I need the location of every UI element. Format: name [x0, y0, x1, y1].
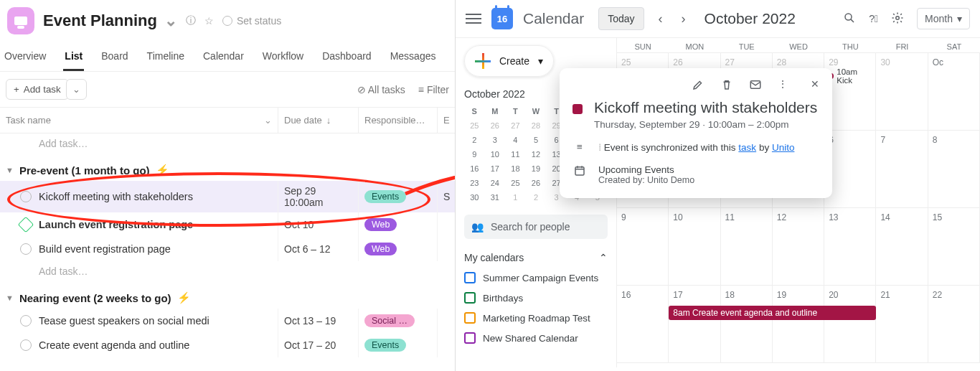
checkbox-icon[interactable] — [464, 272, 476, 283]
set-status-button[interactable]: Set status — [222, 15, 281, 27]
task-row[interactable]: Tease guest speakers on social mediOct 1… — [0, 309, 455, 333]
day-cell[interactable]: 22 — [928, 286, 980, 362]
tab-workflow[interactable]: Workflow — [261, 46, 305, 71]
hamburger-icon[interactable] — [466, 11, 481, 27]
day-cell[interactable]: 11 — [721, 208, 773, 285]
tab-calendar[interactable]: Calendar — [202, 46, 245, 71]
filter-button[interactable]: ≡ Filter — [418, 84, 449, 95]
checkbox-icon[interactable] — [464, 332, 476, 344]
info-icon[interactable]: ⓘ — [186, 14, 196, 27]
day-cell[interactable]: 21 — [876, 286, 928, 362]
task-row[interactable]: Launch event registration pageOct 10Web — [0, 212, 455, 237]
delete-icon[interactable] — [720, 78, 733, 93]
day-cell[interactable]: 18 — [721, 286, 773, 362]
day-cell[interactable]: 12 — [773, 208, 824, 285]
task-row[interactable]: Kickoff meeting with stakeholdersSep 29 … — [0, 181, 455, 212]
mini-day[interactable]: 27 — [505, 118, 526, 133]
mini-day[interactable]: 11 — [505, 147, 526, 161]
day-cell[interactable]: 8 — [928, 131, 980, 207]
today-button[interactable]: Today — [598, 7, 644, 30]
mini-day[interactable]: 25 — [464, 118, 485, 133]
mini-day[interactable]: 28 — [526, 118, 547, 133]
day-cell[interactable]: 15 — [928, 208, 980, 285]
day-cell[interactable]: 17 — [669, 286, 720, 362]
mini-day[interactable]: 2 — [464, 133, 485, 147]
mini-day[interactable]: 2 — [526, 190, 547, 205]
add-task-row[interactable]: Add task… — [0, 261, 455, 281]
day-cell[interactable]: 20 — [824, 286, 876, 362]
col-due[interactable]: Due date↓ — [278, 108, 359, 133]
calendar-item[interactable]: Marketing Roadmap Test — [464, 312, 608, 324]
tab-overview[interactable]: Overview — [3, 46, 47, 71]
mini-day[interactable]: 25 — [505, 176, 526, 190]
mini-day[interactable]: 17 — [485, 161, 506, 176]
checkbox-icon[interactable] — [464, 312, 476, 324]
mini-day[interactable]: 16 — [464, 161, 485, 176]
mini-day[interactable]: 4 — [505, 133, 526, 147]
event-bar[interactable]: 8am Create event agenda and outline — [669, 306, 876, 320]
check-circle-icon[interactable] — [20, 315, 32, 327]
day-cell[interactable]: 7 — [876, 131, 928, 207]
day-cell[interactable]: 16 — [617, 286, 669, 362]
mini-day[interactable]: 18 — [505, 161, 526, 176]
checkbox-icon[interactable] — [464, 292, 476, 304]
collapse-icon[interactable]: ⌃ — [599, 252, 608, 263]
mini-day[interactable]: 9 — [464, 147, 485, 161]
section-header[interactable]: ▼Nearing event (2 weeks to go) ⚡ — [0, 281, 455, 309]
day-cell[interactable]: 30 — [876, 53, 928, 130]
tab-board[interactable]: Board — [100, 46, 129, 71]
check-circle-icon[interactable] — [20, 339, 32, 351]
mini-day[interactable]: 26 — [485, 118, 506, 133]
add-task-button[interactable]: + Add task — [6, 79, 69, 100]
task-row[interactable]: Create event agenda and outlineOct 17 – … — [0, 333, 455, 357]
prev-month-button[interactable]: ‹ — [654, 11, 667, 27]
check-circle-icon[interactable] — [20, 191, 32, 202]
mini-day[interactable]: 12 — [526, 147, 547, 161]
day-cell[interactable]: 19 — [773, 286, 824, 362]
more-icon[interactable]: ⋮ — [778, 78, 788, 93]
day-cell[interactable]: 13 — [824, 208, 876, 285]
task-row[interactable]: Build event registration pageOct 6 – 12W… — [0, 237, 455, 261]
milestone-icon[interactable] — [18, 217, 34, 233]
mini-day[interactable]: 23 — [464, 176, 485, 190]
edit-icon[interactable] — [692, 78, 705, 93]
title-dropdown-icon[interactable]: ⌄ — [164, 11, 177, 30]
add-task-dropdown[interactable]: ⌄ — [66, 79, 87, 100]
help-icon[interactable]: ?⃝ — [869, 13, 878, 24]
check-circle-icon[interactable] — [20, 243, 32, 255]
mini-day[interactable]: 30 — [464, 190, 485, 205]
day-cell[interactable]: 10 — [669, 208, 720, 285]
day-cell[interactable]: 14 — [876, 208, 928, 285]
col-name[interactable]: Task name⌄ — [0, 108, 278, 133]
tab-dashboard[interactable]: Dashboard — [321, 46, 373, 71]
task-link[interactable]: task — [738, 142, 756, 153]
create-button[interactable]: Create ▾ — [464, 45, 554, 77]
view-switch[interactable]: Month▾ — [917, 8, 970, 29]
calendar-item[interactable]: New Shared Calendar — [464, 332, 608, 344]
settings-gear-icon[interactable] — [891, 11, 904, 27]
close-icon[interactable]: ✕ — [811, 78, 819, 93]
all-tasks-filter[interactable]: ⊘ All tasks — [357, 84, 405, 95]
day-cell[interactable]: 9 — [617, 208, 669, 285]
mini-day[interactable]: 1 — [505, 190, 526, 205]
mini-day[interactable]: 10 — [485, 147, 506, 161]
tab-list[interactable]: List — [63, 46, 84, 71]
search-people-input[interactable]: 👥 Search for people — [464, 215, 608, 239]
search-icon[interactable] — [843, 11, 856, 27]
email-icon[interactable] — [749, 78, 762, 93]
col-responsible[interactable]: Responsible… — [359, 108, 438, 133]
mini-day[interactable]: 5 — [526, 133, 547, 147]
section-header[interactable]: ▼Pre-event (1 month to go) ⚡ — [0, 154, 455, 181]
event-chip[interactable]: 10am Kick — [829, 67, 871, 85]
mini-day[interactable]: 26 — [526, 176, 547, 190]
tab-timeline[interactable]: Timeline — [146, 46, 186, 71]
next-month-button[interactable]: › — [677, 11, 690, 27]
mini-day[interactable]: 31 — [485, 190, 506, 205]
unito-link[interactable]: Unito — [772, 142, 795, 153]
tab-messages[interactable]: Messages — [389, 46, 438, 71]
calendar-item[interactable]: Summer Campaign Events — [464, 272, 608, 283]
calendar-item[interactable]: Birthdays — [464, 292, 608, 304]
mini-day[interactable]: 19 — [526, 161, 547, 176]
day-cell[interactable]: Oc — [928, 53, 980, 130]
add-task-row[interactable]: Add task… — [0, 133, 455, 154]
